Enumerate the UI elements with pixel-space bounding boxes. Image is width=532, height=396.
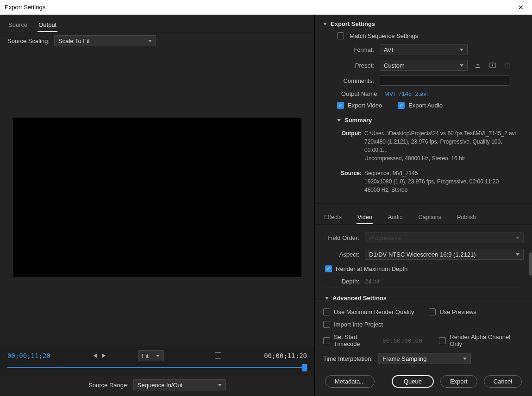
use-max-quality-label: Use Maximum Render Quality [334, 308, 414, 315]
tab-source[interactable]: Source [7, 19, 28, 32]
tab-publish[interactable]: Publish [456, 211, 477, 224]
output-name-link[interactable]: MVI_7145_2.avi [384, 90, 428, 97]
start-timecode-value: 00:00:00:00 [382, 337, 422, 344]
tab-video[interactable]: Video [357, 211, 373, 224]
window-title: Export Settings [5, 4, 45, 11]
time-interp-label: Time Interpolation: [323, 355, 373, 362]
preview-area [0, 49, 314, 346]
export-settings-header[interactable]: Export Settings [315, 15, 532, 30]
aspect-select[interactable]: D1/DV NTSC Widescreen 16:9 (1.2121) [365, 249, 524, 260]
preset-select[interactable]: Custom [380, 60, 468, 71]
use-max-quality-checkbox[interactable] [323, 308, 330, 315]
queue-button[interactable]: Queue [392, 375, 434, 388]
render-max-depth-label: Render at Maximum Depth [336, 265, 407, 272]
output-name-label: Output Name: [337, 90, 379, 97]
chevron-down-icon [460, 64, 463, 67]
render-alpha-label: Render Alpha Channel Only [450, 333, 513, 347]
export-button[interactable]: Export [440, 375, 477, 388]
chevron-down-icon [460, 49, 463, 51]
summary-header[interactable]: Summary [315, 111, 532, 126]
aspect-label: Aspect: [323, 251, 359, 258]
chevron-down-icon [148, 40, 152, 42]
chevron-down-icon [325, 297, 329, 300]
field-order-select: Progressive [365, 232, 524, 243]
timeline-slider[interactable] [7, 367, 307, 368]
format-label: Format: [337, 46, 374, 53]
export-video-label: Export Video [348, 102, 382, 109]
timecode-total: 00;00;11;20 [264, 352, 307, 359]
format-select[interactable]: AVI [380, 44, 468, 55]
zoom-select[interactable]: Fit [138, 350, 164, 361]
delete-preset-icon[interactable] [503, 61, 512, 70]
video-preview[interactable] [13, 118, 301, 277]
aspect-ratio-icon[interactable] [215, 352, 221, 359]
chevron-down-icon [516, 253, 519, 256]
render-alpha-checkbox[interactable] [439, 337, 446, 344]
use-previews-checkbox[interactable] [429, 308, 436, 315]
tab-audio[interactable]: Audio [387, 211, 404, 224]
timecode-current[interactable]: 00;00;11;20 [7, 352, 50, 359]
source-scaling-select[interactable]: Scale To Fit [54, 35, 156, 46]
render-max-depth-checkbox[interactable] [325, 265, 332, 272]
source-scaling-label: Source Scaling: [7, 38, 50, 44]
use-previews-label: Use Previews [439, 308, 476, 315]
settings-tabs: Effects Video Audio Captions Publish [315, 207, 532, 225]
settings-panel: Export Settings Match Sequence Settings … [315, 15, 532, 396]
cancel-button[interactable]: Cancel [484, 375, 522, 388]
playhead[interactable] [302, 364, 307, 371]
start-timecode-label: Set Start Timecode [334, 333, 377, 347]
titlebar: Export Settings ✕ [0, 0, 532, 15]
comments-label: Comments: [337, 77, 374, 84]
summary-source: Source:Sequence, MVI_7145 1920x1080 (1.0… [315, 169, 532, 201]
match-sequence-checkbox[interactable] [337, 32, 344, 39]
import-project-checkbox[interactable] [323, 321, 330, 328]
summary-output: Output:C:\User...\Desktop\Projects\24 vs… [315, 126, 532, 169]
chevron-down-icon [463, 358, 467, 360]
time-interp-select[interactable]: Frame Sampling [378, 353, 471, 364]
preview-panel: Source Output Source Scaling: Scale To F… [0, 15, 315, 396]
tab-effects[interactable]: Effects [323, 211, 343, 224]
bottom-options: Use Maximum Render Quality Use Previews … [315, 300, 532, 396]
preset-label: Preset: [337, 62, 374, 69]
tab-captions[interactable]: Captions [418, 211, 442, 224]
field-order-label: Field Order: [323, 234, 359, 241]
export-video-checkbox[interactable] [337, 102, 344, 109]
source-range-select[interactable]: Sequence In/Out [133, 379, 226, 390]
tab-output[interactable]: Output [38, 19, 57, 32]
chevron-down-icon [516, 237, 519, 239]
export-audio-label: Export Audio [408, 102, 443, 109]
scrollbar-thumb[interactable] [529, 252, 532, 276]
match-sequence-label: Match Sequence Settings [350, 32, 418, 39]
next-frame-icon[interactable] [102, 353, 106, 358]
chevron-down-icon [337, 119, 341, 122]
import-project-label: Import Into Project [334, 321, 383, 328]
chevron-down-icon [156, 355, 160, 357]
video-settings: Field Order: Progressive Aspect: D1/DV N… [315, 225, 532, 300]
depth-value: 24 bit [365, 278, 380, 285]
prev-frame-icon[interactable] [94, 353, 97, 358]
timeline-bar: 00;00;11;20 Fit 00;00;11;20 [0, 346, 314, 376]
comments-input[interactable] [380, 75, 509, 86]
start-timecode-checkbox[interactable] [323, 337, 330, 344]
import-preset-icon[interactable] [488, 61, 497, 70]
chevron-down-icon [218, 384, 222, 386]
save-preset-icon[interactable] [473, 61, 482, 70]
export-audio-checkbox[interactable] [398, 102, 405, 109]
source-range-label: Source Range: [88, 382, 129, 389]
metadata-button[interactable]: Metadata... [325, 375, 375, 388]
close-icon[interactable]: ✕ [514, 2, 527, 13]
chevron-down-icon [323, 23, 327, 25]
advanced-settings-header[interactable]: Advanced Settings [323, 288, 524, 300]
depth-label: Depth: [323, 278, 359, 285]
preview-tabs: Source Output [0, 15, 314, 32]
